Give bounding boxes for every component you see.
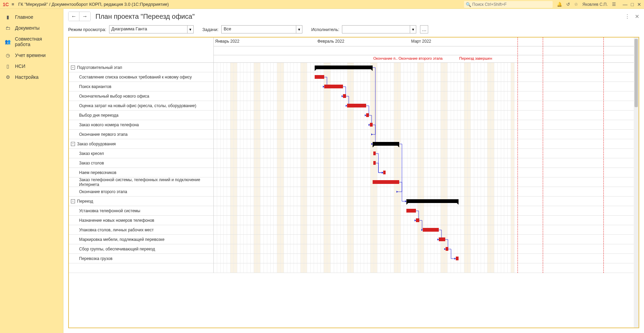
books-icon: ▯ (5, 63, 11, 69)
maximize-button[interactable]: □ (631, 2, 634, 7)
user-name[interactable]: Яковлев С.П. (582, 2, 608, 7)
task-row[interactable]: −Подготовительный этап (69, 63, 213, 72)
collapse-icon[interactable]: − (71, 142, 75, 146)
summary-bar[interactable] (315, 66, 373, 69)
task-row[interactable] (69, 263, 213, 273)
gantt-row (214, 91, 639, 101)
task-row[interactable]: Окончание второго этапа (69, 187, 213, 197)
task-bar[interactable] (373, 161, 376, 165)
sidebar-item-0[interactable]: ▮Главное (0, 12, 63, 23)
sidebar-item-2[interactable]: 👥Совместная работа (0, 33, 63, 50)
task-name: Заказ оборудования (77, 142, 116, 146)
gantt-row (214, 82, 639, 91)
task-bar[interactable] (373, 180, 399, 184)
task-name: Подготовительный этап (77, 65, 122, 70)
gantt-timeline: Январь 2022Февраль 2022Март 2022Окончани… (214, 38, 639, 273)
task-row[interactable]: Заказ нового номера телефона (69, 120, 213, 130)
settings-lines-icon[interactable]: ☰ (612, 2, 616, 7)
task-row[interactable]: Поиск вариантов (69, 82, 213, 91)
summary-bar[interactable] (406, 199, 459, 203)
star-icon[interactable]: ☆ (574, 2, 578, 7)
task-row[interactable]: Окончательный выбор нового офиса (69, 91, 213, 101)
task-bar[interactable] (456, 257, 459, 260)
task-row[interactable]: Окончание первого этапа (69, 130, 213, 139)
gantt-row (214, 72, 639, 82)
task-row[interactable]: Выбор дня переезда (69, 111, 213, 120)
tasks-select[interactable]: Все (221, 25, 296, 33)
view-mode-dropdown-icon[interactable]: ▼ (188, 25, 194, 33)
task-row[interactable]: Упаковка столов, личных рабочих мест (69, 225, 213, 235)
task-bar[interactable] (446, 247, 448, 251)
task-name: Окончательный выбор нового офиса (79, 94, 149, 99)
milestone-label: Окончание п.. (373, 56, 398, 60)
collapse-icon[interactable]: − (71, 66, 75, 70)
content-area: ← → План проекта "Переезд офиса" ⋮ ✕ Реж… (63, 9, 644, 333)
vertical-scrollbar[interactable] (634, 38, 639, 328)
task-bar[interactable] (315, 75, 324, 79)
gantt-row (214, 235, 639, 244)
performer-dots-button[interactable]: … (420, 25, 428, 33)
history-icon[interactable]: ↺ (566, 2, 570, 7)
task-bar[interactable] (366, 113, 369, 117)
task-row[interactable]: Перевозка грузов (69, 254, 213, 263)
task-bar[interactable] (373, 151, 376, 155)
view-mode-select[interactable]: Диаграмма Ганта (109, 25, 188, 33)
sidebar-item-label: Учет времени (15, 53, 46, 58)
back-button[interactable]: ← (69, 12, 79, 21)
menu-icon[interactable]: ≡ (12, 2, 14, 7)
minimize-button[interactable]: — (623, 2, 628, 7)
close-button[interactable]: ✕ (637, 2, 641, 7)
gantt-row (214, 197, 639, 206)
task-row[interactable]: Сбор группы, обеспечивающей переезд (69, 244, 213, 254)
task-bar[interactable] (383, 171, 386, 174)
gantt-row (214, 139, 639, 149)
bell-icon[interactable]: 🔔 (557, 2, 562, 7)
task-list-column: −Подготовительный этапСоставление списка… (69, 38, 214, 273)
task-row[interactable]: Маркировка мебели, подлежащей перевозке (69, 235, 213, 244)
task-row[interactable]: Заказ телефонной системы, телефонных лин… (69, 177, 213, 187)
task-name: Переезд (77, 199, 93, 204)
task-bar[interactable] (423, 228, 439, 232)
task-bar[interactable] (324, 85, 343, 88)
task-bar[interactable] (416, 218, 419, 222)
task-row[interactable]: Заказ кресел (69, 149, 213, 158)
task-row[interactable]: −Заказ оборудования (69, 139, 213, 149)
task-bar[interactable] (439, 237, 445, 241)
forward-button[interactable]: → (79, 12, 90, 21)
folder-icon: 🗀 (5, 25, 11, 31)
task-name: Поиск вариантов (79, 84, 111, 89)
tasks-dropdown-icon[interactable]: ▼ (296, 25, 302, 33)
task-row[interactable]: Оценка затрат на новый офис (кресла, сто… (69, 101, 213, 111)
month-label: Февраль 2022 (317, 39, 344, 44)
task-row[interactable]: Назначение новых номеров телефонов (69, 216, 213, 225)
app-title: ГК "Меркурий" / Документооборот КОРП, ре… (18, 2, 169, 7)
sidebar-item-label: НСИ (15, 63, 25, 69)
global-search[interactable]: 🔍 (464, 1, 553, 8)
sidebar-item-1[interactable]: 🗀Документы (0, 23, 63, 33)
task-row[interactable]: −Переезд (69, 197, 213, 206)
sidebar-item-5[interactable]: ⚙Настройка (0, 72, 63, 83)
task-row[interactable]: Заказ столов (69, 158, 213, 168)
performer-select[interactable] (342, 25, 410, 33)
sidebar-item-4[interactable]: ▯НСИ (0, 61, 63, 72)
gantt-row (214, 120, 639, 130)
gantt-row (214, 177, 639, 187)
gantt-chart[interactable]: −Подготовительный этапСоставление списка… (68, 37, 639, 328)
task-row[interactable]: Наем перевозчиков (69, 168, 213, 177)
task-row[interactable]: Составление списка основных требований к… (69, 72, 213, 82)
task-bar[interactable] (370, 123, 373, 127)
collapse-icon[interactable]: − (71, 199, 75, 203)
sidebar-item-3[interactable]: ◷Учет времени (0, 50, 63, 61)
close-tab-icon[interactable]: ✕ (635, 13, 639, 20)
more-icon[interactable]: ⋮ (625, 13, 630, 20)
clock-icon: ◷ (5, 53, 11, 58)
search-input[interactable] (464, 1, 553, 8)
summary-bar[interactable] (373, 142, 399, 146)
task-bar[interactable] (347, 104, 366, 107)
task-bar[interactable] (343, 94, 346, 98)
task-name: Заказ кресел (79, 151, 104, 156)
gantt-row (214, 254, 639, 263)
performer-dropdown-icon[interactable]: ▼ (410, 25, 416, 33)
task-bar[interactable] (406, 209, 416, 213)
task-row[interactable]: Установка телефонной системы (69, 206, 213, 216)
